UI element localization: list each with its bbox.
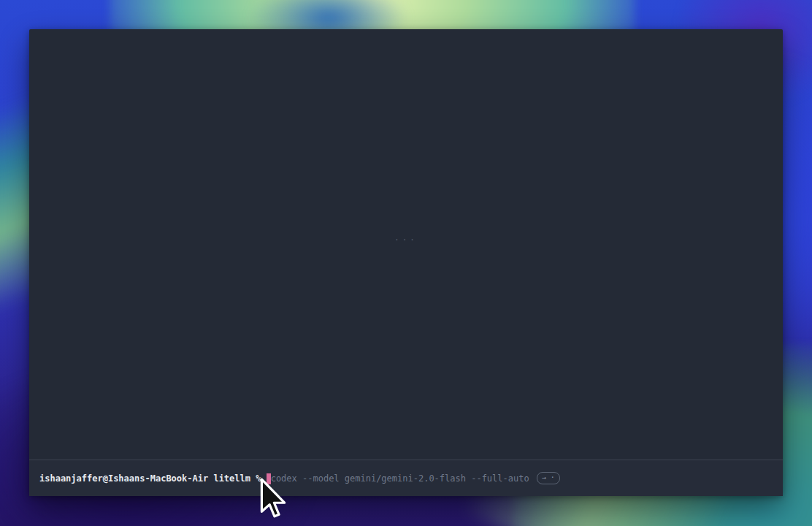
prompt-user-host: ishaanjaffer@Ishaans-MacBook-Air	[39, 473, 208, 484]
prompt-directory: litellm	[213, 473, 250, 484]
terminal-input-line[interactable]: ishaanjaffer@Ishaans-MacBook-Airlitellm%…	[29, 460, 783, 496]
autosuggestion-text: codex --model gemini/gemini-2.0-flash --…	[271, 473, 529, 484]
terminal-window[interactable]: ··· ishaanjaffer@Ishaans-MacBook-Airlite…	[29, 29, 783, 496]
prompt-symbol: %	[256, 473, 261, 484]
accept-suggestion-key-hint: → ·	[537, 472, 560, 484]
terminal-output-area[interactable]: ···	[29, 29, 783, 459]
loading-ellipsis-indicator: ···	[29, 235, 783, 245]
